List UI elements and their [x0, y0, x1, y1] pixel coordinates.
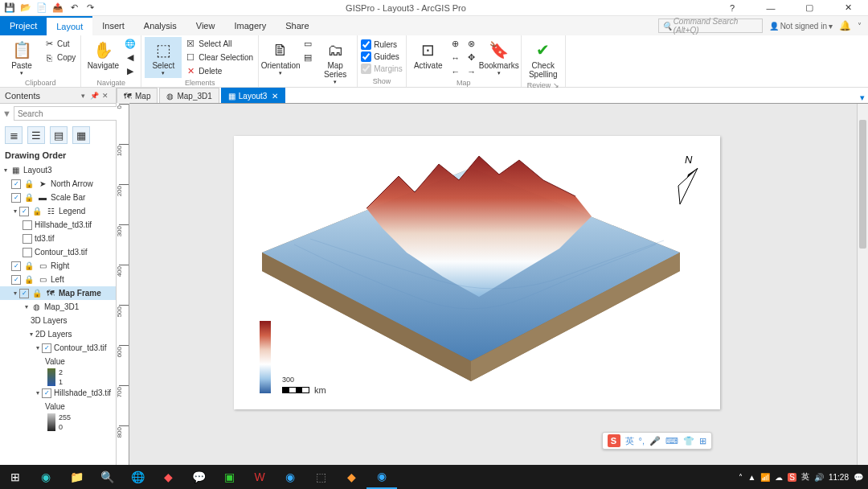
view-tab-layout3[interactable]: ▦Layout3✕	[221, 88, 286, 103]
nav-tool2[interactable]: ↔	[448, 51, 463, 64]
ime-grid-icon[interactable]: ⊞	[699, 436, 706, 446]
navigate-button[interactable]: ✋ Navigate	[84, 37, 121, 72]
scrollbar-vertical[interactable]	[857, 104, 868, 465]
full-extent-button[interactable]: 🌐	[123, 37, 137, 51]
select-button[interactable]: ⬚ Select ▾	[145, 37, 182, 78]
view-tab-map3d1[interactable]: ◍Map_3D1	[159, 88, 219, 103]
ribbon-collapse-icon[interactable]: ˅	[858, 22, 862, 31]
toc-contour[interactable]: Contour_td3.tif	[0, 245, 116, 259]
tb-app1[interactable]: ◆	[153, 465, 183, 489]
toc-layout3[interactable]: ▾▦Layout3	[0, 163, 116, 177]
next-extent-button[interactable]: ▶	[123, 64, 137, 78]
tray-clock[interactable]: 11:28	[829, 473, 849, 482]
view-list-button[interactable]: ≣	[5, 126, 23, 144]
system-tray[interactable]: ˄ ▲ 📶 ☁ S 英 🔊 11:28 💬	[734, 471, 868, 483]
prev-extent-button[interactable]: ◀	[123, 51, 137, 64]
rulers-checkbox[interactable]: Rulers	[361, 39, 403, 51]
select-all-button[interactable]: ☒Select All	[183, 37, 255, 51]
tab-share[interactable]: Share	[276, 16, 318, 35]
map-series-button[interactable]: 🗂 Map Series ▾	[317, 37, 354, 87]
panel-menu-icon[interactable]: ▾	[77, 92, 88, 100]
tb-chrome[interactable]: 🌐	[122, 465, 153, 489]
redo-icon[interactable]: ↷	[84, 2, 96, 14]
nav-tool3[interactable]: ←	[448, 64, 463, 78]
layout-canvas[interactable]: N 300 km S 英 °, 🎤 ⌨ 👕 ⊞	[129, 104, 857, 465]
view-select-button[interactable]: ▤	[50, 126, 68, 144]
toc-hillshade[interactable]: Hillshade_td3.tif	[0, 218, 116, 232]
margins-checkbox[interactable]: Margins	[361, 63, 403, 75]
new-view-dropdown[interactable]: ▾	[857, 92, 868, 103]
tray-vol-icon[interactable]: 🔊	[814, 473, 824, 482]
delete-button[interactable]: ✕Delete	[183, 64, 255, 78]
paste-button[interactable]: 📋 Paste ▾	[3, 37, 40, 78]
pin-icon[interactable]: 📌	[88, 92, 100, 100]
contents-search-input[interactable]	[14, 106, 124, 121]
tb-app3[interactable]: ◉	[275, 465, 305, 489]
ruler-vertical[interactable]: 0100200300400500600700800	[117, 104, 129, 465]
start-button[interactable]: ⊞	[0, 465, 31, 489]
tray-lang-icon[interactable]: 英	[801, 471, 809, 483]
minimize-button[interactable]: —	[754, 0, 788, 16]
ime-keyboard-icon[interactable]: ⌨	[665, 436, 678, 446]
toc-contour2[interactable]: ▾✓Contour_td3.tif	[0, 341, 116, 355]
ime-punct-icon[interactable]: °,	[639, 436, 645, 446]
tray-up-icon[interactable]: ˄	[739, 473, 743, 482]
tb-search[interactable]: 🔍	[92, 465, 122, 489]
tab-view[interactable]: View	[186, 16, 225, 35]
cut-button[interactable]: ✂Cut	[42, 37, 77, 51]
check-spelling-button[interactable]: ✔ Check Spelling	[525, 37, 562, 80]
clear-sel-button[interactable]: ☐Clear Selection	[183, 51, 255, 64]
view-source-button[interactable]: ☰	[27, 126, 45, 144]
nav-tool1[interactable]: ⊕	[448, 37, 463, 51]
tray-cloud-icon[interactable]: ☁	[775, 473, 783, 482]
toc-left[interactable]: ✓🔒▭Left	[0, 273, 116, 286]
new-icon[interactable]: 📄	[35, 2, 48, 14]
activate-button[interactable]: ⊡ Activate	[410, 37, 447, 72]
close-button[interactable]: ✕	[831, 0, 865, 16]
tab-close-icon[interactable]: ✕	[272, 92, 278, 101]
tray-ime-icon[interactable]: S	[788, 473, 796, 482]
ime-lang-button[interactable]: 英	[625, 435, 634, 447]
help-button[interactable]: ?	[715, 0, 749, 16]
tb-explorer[interactable]: 📁	[61, 465, 92, 489]
tb-arcgis[interactable]: ◉	[366, 465, 397, 489]
filter-icon[interactable]: ▼	[2, 108, 11, 119]
guides-checkbox[interactable]: Guides	[361, 51, 403, 63]
tray-net2-icon[interactable]: 📶	[760, 473, 770, 482]
project-tab[interactable]: Project	[0, 16, 47, 35]
size-button[interactable]: ▭	[301, 37, 315, 51]
scale-bar[interactable]	[282, 387, 309, 393]
toc-right[interactable]: ✓🔒▭Right	[0, 259, 116, 273]
legend-color-ramp[interactable]	[260, 321, 271, 393]
layout-page[interactable]: N 300 km	[234, 136, 720, 409]
tb-wechat[interactable]: 💬	[183, 465, 214, 489]
orientation-button[interactable]: 🗎 Orientation ▾	[262, 37, 299, 78]
ime-mic-icon[interactable]: 🎤	[649, 436, 661, 446]
view-tab-map[interactable]: 🗺Map	[117, 88, 158, 103]
toc-legend[interactable]: ▾✓🔒☷Legend	[0, 204, 116, 218]
tb-edge[interactable]: ◉	[31, 465, 61, 489]
ime-skin-icon[interactable]: 👕	[683, 436, 694, 446]
maximize-button[interactable]: ▢	[792, 0, 826, 16]
export-icon[interactable]: 📤	[51, 2, 64, 14]
ime-s-icon[interactable]: S	[608, 434, 620, 447]
nav-tool4[interactable]: ⊗	[465, 37, 479, 51]
tab-layout[interactable]: Layout	[47, 16, 92, 35]
nav-tool5[interactable]: ✥	[465, 51, 479, 64]
toc-north-arrow[interactable]: ✓🔒➤North Arrow	[0, 177, 116, 191]
copy-button[interactable]: ⎘Copy	[42, 51, 77, 64]
toc-2d-layers[interactable]: ▾2D Layers	[0, 327, 116, 341]
panel-close-icon[interactable]: ✕	[100, 92, 111, 100]
save-icon[interactable]: 💾	[3, 2, 16, 14]
tab-insert[interactable]: Insert	[92, 16, 134, 35]
toc-hillshade2[interactable]: ▾✓Hillshade_td3.tif	[0, 386, 116, 400]
notifications-icon[interactable]: 🔔	[839, 20, 851, 31]
ime-toolbar[interactable]: S 英 °, 🎤 ⌨ 👕 ⊞	[602, 432, 712, 450]
tb-app5[interactable]: ◆	[336, 465, 366, 489]
tray-net-icon[interactable]: ▲	[747, 473, 755, 482]
scrollbar-thumb[interactable]	[859, 120, 866, 249]
toc-scale-bar[interactable]: ✓🔒▬Scale Bar	[0, 191, 116, 204]
tb-app2[interactable]: ▣	[214, 465, 244, 489]
undo-icon[interactable]: ↶	[68, 2, 80, 14]
command-search[interactable]: 🔍 Command Search (Alt+Q)	[658, 18, 763, 33]
